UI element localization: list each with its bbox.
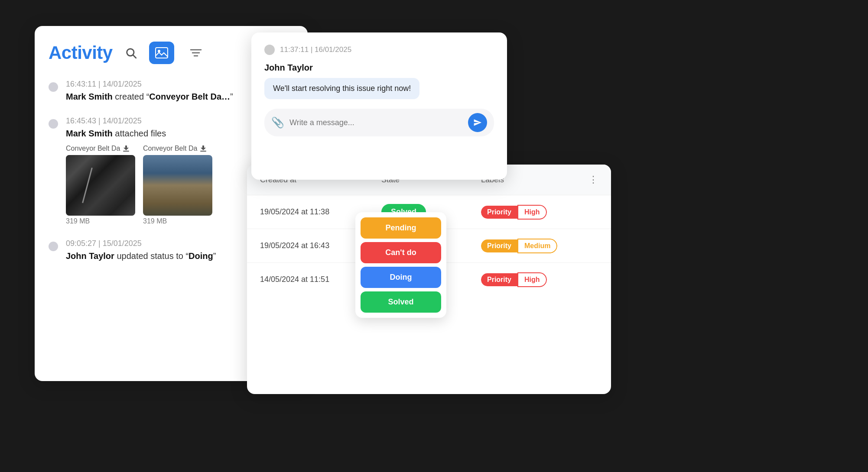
activity-dot [49,82,58,92]
status-dropdown: Pending Can't do Doing Solved [355,212,446,318]
send-button[interactable] [468,113,487,132]
chat-card: 11:37:11 | 16/01/2025 John Taylor We'll … [251,32,507,180]
file-size: 319 MB [66,217,90,225]
svg-rect-8 [200,151,206,152]
message-input[interactable] [289,118,463,127]
activity-text: Mark Smith created “Conveyor Belt Da…” [66,91,233,103]
file-thumbnail [66,155,135,216]
status-option-cantdo[interactable]: Can't do [361,242,441,263]
chat-input-row: 📎 [264,109,494,136]
file-item: Conveyor Belt Da 319 MB [143,145,212,225]
svg-rect-2 [156,48,168,58]
activity-dot [49,119,58,129]
activity-title: Activity [49,42,113,63]
label-priority-high: Priority High [481,205,547,220]
table-menu-icon[interactable]: ⋮ [588,174,598,185]
label-priority-medium: Priority Medium [481,239,557,253]
activity-text: John Taylor updated status to “Doing” [66,250,216,262]
image-view-button[interactable] [149,42,174,64]
chat-username: John Taylor [264,63,494,73]
status-option-pending[interactable]: Pending [361,217,441,239]
activity-timestamp: 09:05:27 | 15/01/2025 [66,239,216,248]
status-option-solved[interactable]: Solved [361,291,441,313]
svg-line-1 [133,55,136,58]
activity-dot [49,242,58,251]
files-row: Conveyor Belt Da 319 MB Conveyor Belt Da [66,145,212,225]
activity-timestamp: 16:45:43 | 14/01/2025 [66,116,212,126]
labels-cell: Priority High [481,272,598,287]
activity-timestamp: 16:43:11 | 14/01/2025 [66,80,233,89]
chat-timestamp: 11:37:11 | 16/01/2025 [280,45,351,54]
file-size: 319 MB [143,217,167,225]
search-button[interactable] [121,43,140,62]
svg-rect-7 [123,151,129,152]
status-option-doing[interactable]: Doing [361,267,441,288]
chat-message: We'll start resolving this issue right n… [264,78,419,99]
avatar [264,45,275,55]
chat-header: 11:37:11 | 16/01/2025 [264,45,494,55]
file-thumbnail [143,155,212,216]
file-item: Conveyor Belt Da 319 MB [66,145,135,225]
labels-cell: Priority Medium [481,239,598,253]
labels-cell: Priority High [481,205,598,220]
activity-text: Mark Smith attached files [66,127,212,139]
filter-button[interactable] [186,43,205,62]
label-priority-high: Priority High [481,272,547,287]
attach-icon[interactable]: 📎 [271,116,284,129]
